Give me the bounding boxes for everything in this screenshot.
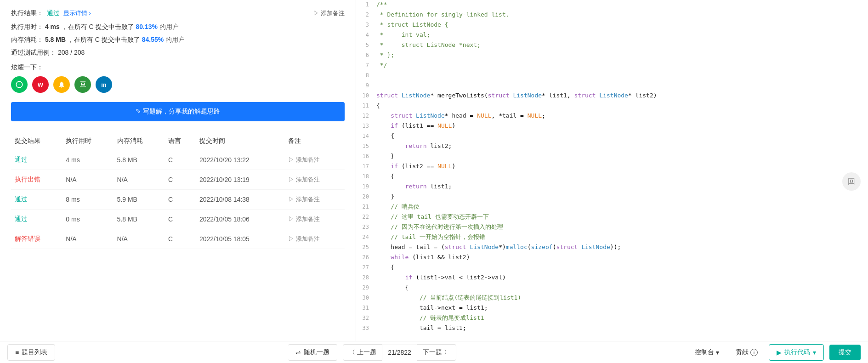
line-code: tail = list1; [374, 323, 868, 334]
contribute-button[interactable]: 贡献 i [730, 345, 763, 360]
code-line: 25 head = tail = (struct ListNode*)mallo… [356, 243, 868, 253]
cell-note[interactable]: ▷ 添加备注 [284, 229, 345, 249]
line-code: { [374, 263, 868, 273]
table-header-row: 提交结果 执行用时 内存消耗 语言 提交时间 备注 [11, 132, 345, 150]
line-number: 7 [356, 61, 374, 71]
line-number: 28 [356, 273, 374, 283]
line-number: 18 [356, 172, 374, 182]
result-detail-link[interactable]: 显示详情 › [63, 9, 91, 17]
cell-note[interactable]: ▷ 添加备注 [284, 150, 345, 170]
line-code: return list1; [374, 182, 868, 192]
problem-list-icon: ≡ [15, 349, 19, 356]
line-code: * int val; [374, 30, 868, 40]
prev-icon: 〈 [349, 348, 355, 357]
table-row[interactable]: 通过 4 ms 5.8 MB C 2022/10/20 13:22 ▷ 添加备注 [11, 150, 345, 170]
line-number: 27 [356, 263, 374, 273]
time-unit: 的用户 [159, 23, 179, 30]
console-button[interactable]: 控制台 ▾ [689, 345, 725, 360]
cell-status[interactable]: 执行出错 [11, 170, 62, 190]
prev-problem-button[interactable]: 〈 上一题 [343, 344, 382, 361]
douban-icon[interactable]: 豆 [74, 76, 91, 93]
next-problem-button[interactable]: 下一题 〉 [417, 344, 456, 361]
mem-unit: 的用户 [165, 36, 185, 43]
line-number: 1 [356, 0, 374, 10]
submit-button[interactable]: 提交 [829, 345, 861, 360]
linkedin-icon[interactable]: in [96, 76, 112, 93]
submit-label: 提交 [839, 348, 851, 356]
time-suffix: ，在所有 C 提交中击败了 [62, 23, 134, 30]
wechat-icon[interactable] [11, 76, 28, 93]
line-code [374, 81, 868, 91]
bell-icon[interactable] [53, 76, 70, 93]
cell-mem: 5.9 MB [113, 190, 165, 210]
pass-row: 通过测试用例： 208 / 208 [11, 49, 345, 57]
cell-submit-time: 2022/10/20 13:22 [196, 150, 284, 170]
code-line: 12 struct ListNode* head = NULL, *tail =… [356, 111, 868, 121]
code-line: 5 * struct ListNode *next; [356, 40, 868, 51]
code-editor[interactable]: 1/**2 * Definition for singly-linked lis… [356, 0, 868, 341]
cell-note[interactable]: ▷ 添加备注 [284, 210, 345, 229]
mem-percent: 84.55% [142, 36, 164, 43]
cell-lang: C [165, 190, 196, 210]
cell-note[interactable]: ▷ 添加备注 [284, 190, 345, 210]
weibo-icon[interactable]: W [32, 76, 49, 93]
cell-status[interactable]: 通过 [11, 190, 62, 210]
table-row[interactable]: 执行出错 N/A N/A C 2022/10/20 13:19 ▷ 添加备注 [11, 170, 345, 190]
add-note-top-button[interactable]: ▷ 添加备注 [313, 9, 345, 17]
table-row[interactable]: 通过 0 ms 5.8 MB C 2022/10/05 18:06 ▷ 添加备注 [11, 210, 345, 229]
pass-value: 208 / 208 [58, 49, 85, 56]
line-number: 2 [356, 10, 374, 20]
social-icons-group: W 豆 in [11, 76, 345, 93]
code-line: 22 // 这里 tail 也需要动态开辟一下 [356, 212, 868, 222]
code-line: 17 if (list2 == NULL) [356, 162, 868, 172]
nav-group: 〈 上一题 21/2822 下一题 〉 [343, 344, 456, 361]
console-label: 控制台 [695, 348, 714, 357]
line-code: * struct ListNode { [374, 20, 868, 30]
problem-list-label: 题目列表 [22, 348, 47, 357]
line-number: 21 [356, 202, 374, 212]
code-line: 6 * }; [356, 51, 868, 61]
contribute-info-icon: i [750, 349, 758, 356]
line-number: 3 [356, 20, 374, 30]
line-number: 16 [356, 152, 374, 162]
cell-time: N/A [62, 170, 113, 190]
feedback-icon[interactable]: 回 [842, 172, 861, 191]
code-line: 2 * Definition for singly-linked list. [356, 10, 868, 20]
line-code: return list2; [374, 142, 868, 152]
cell-submit-time: 2022/10/05 18:06 [196, 210, 284, 229]
cell-status[interactable]: 通过 [11, 150, 62, 170]
write-solution-label: ✎ 写题解，分享我的解题思路 [136, 108, 220, 116]
code-line: 11{ [356, 101, 868, 111]
line-code [374, 71, 868, 81]
line-code: // 哨兵位 [374, 202, 868, 212]
code-line: 3 * struct ListNode { [356, 20, 868, 30]
line-number: 8 [356, 71, 374, 81]
run-code-button[interactable]: ▶ 执行代码 ▾ [769, 344, 824, 361]
cell-status[interactable]: 解答错误 [11, 229, 62, 249]
problem-list-button[interactable]: ≡ 题目列表 [7, 344, 55, 361]
table-row[interactable]: 解答错误 N/A N/A C 2022/10/05 18:05 ▷ 添加备注 [11, 229, 345, 249]
line-number: 12 [356, 111, 374, 121]
line-code: if (list1 == NULL) [374, 121, 868, 131]
cell-lang: C [165, 150, 196, 170]
result-status: 通过 [47, 9, 60, 17]
line-code: if (list2 == NULL) [374, 162, 868, 172]
code-line: 1/** [356, 0, 868, 10]
table-row[interactable]: 通过 8 ms 5.9 MB C 2022/10/08 14:38 ▷ 添加备注 [11, 190, 345, 210]
cell-time: 4 ms [62, 150, 113, 170]
code-line: 10struct ListNode* mergeTwoLists(struct … [356, 91, 868, 101]
line-number: 23 [356, 222, 374, 233]
random-problem-button[interactable]: ⇌ 随机一题 [288, 344, 337, 361]
cell-status[interactable]: 通过 [11, 210, 62, 229]
line-number: 24 [356, 233, 374, 243]
line-code: tail->next = list1; [374, 303, 868, 313]
cell-note[interactable]: ▷ 添加备注 [284, 170, 345, 190]
line-code: // 链表的尾变成list1 [374, 313, 868, 323]
line-number: 4 [356, 30, 374, 40]
cell-lang: C [165, 170, 196, 190]
line-number: 9 [356, 81, 374, 91]
write-solution-button[interactable]: ✎ 写题解，分享我的解题思路 [11, 102, 345, 121]
code-line: 9 [356, 81, 868, 91]
random-label: 随机一题 [304, 348, 329, 357]
line-code: } [374, 152, 868, 162]
